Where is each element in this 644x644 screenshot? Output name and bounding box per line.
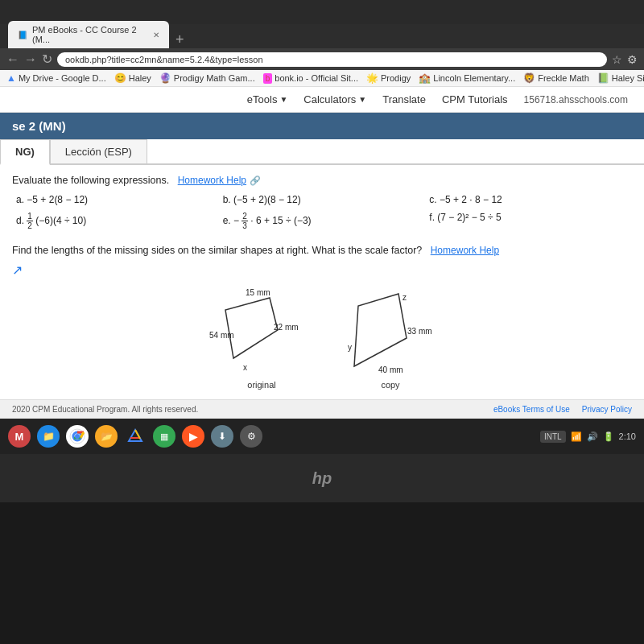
copy-shape-svg: z 33 mm y 40 mm — [346, 286, 435, 374]
site-footer: 2020 CPM Educational Program. All rights… — [0, 399, 644, 419]
bookmark-prodigy-math[interactable]: 🔮 Prodigy Math Gam... — [159, 72, 255, 84]
bookmark-bonkio[interactable]: b bonk.io - Official Sit... — [263, 73, 358, 84]
calculators-label: Calculators — [303, 93, 356, 105]
shape1-right-label: 22 mm — [274, 323, 299, 332]
bookmark-label: Haley Simons — [612, 73, 644, 83]
browser-tab-active[interactable]: 📘 PM eBooks - CC Course 2 (M... ✕ — [8, 21, 169, 48]
site-code: 156718.ahsschools.com — [524, 94, 628, 105]
bookmark-label: Freckle Math — [538, 73, 589, 83]
forward-button[interactable]: → — [24, 52, 37, 67]
expr-label-f: f. — [429, 212, 437, 223]
hp-logo: hp — [312, 469, 332, 488]
svg-point-4 — [75, 434, 80, 439]
help-arrow-icon: ↗ — [12, 263, 23, 277]
tab-ng[interactable]: NG) — [0, 139, 50, 165]
bookmark-haley[interactable]: 😊 Haley — [114, 72, 151, 84]
browser-tab-bar: 📘 PM eBooks - CC Course 2 (M... ✕ + — [0, 24, 644, 48]
fraction-half: 1 2 — [27, 212, 33, 230]
expression-b: b. (−5 + 2)(8 − 12) — [223, 194, 422, 205]
shapes-area: 15 mm 22 mm 54 mm x original z 33 mm — [12, 286, 632, 390]
bookmark-label: bonk.io - Official Sit... — [275, 73, 358, 83]
drive-taskbar-icon[interactable] — [124, 425, 147, 448]
drive-icon: ▲ — [6, 72, 16, 84]
files-taskbar-icon[interactable]: 📁 — [37, 425, 60, 448]
calculators-arrow-icon: ▼ — [358, 95, 366, 104]
chrome-taskbar-icon[interactable] — [66, 425, 89, 448]
page-title: se 2 (MN) — [12, 119, 66, 133]
extensions-icon[interactable]: ⚙ — [627, 53, 638, 66]
expr-label-b: b. — [223, 194, 233, 205]
tab-esp-label: Lección (ESP) — [65, 146, 132, 158]
freckle-icon: 🦁 — [523, 72, 535, 84]
bookmark-lincoln[interactable]: 🏫 Lincoln Elementary... — [419, 72, 515, 84]
folder-taskbar-icon[interactable]: 📂 — [95, 425, 118, 448]
cpm-tutorials-link[interactable]: CPM Tutorials — [442, 93, 508, 105]
problem1-heading: Evaluate the following expressions. Home… — [12, 175, 632, 186]
prodigy-icon: 🔮 — [159, 72, 171, 84]
original-shape-container: 15 mm 22 mm 54 mm x original — [209, 286, 314, 390]
refresh-button[interactable]: ↻ — [42, 52, 52, 67]
bookmark-haley-simons[interactable]: 📗 Haley Simons — [597, 72, 644, 84]
copy-shape-container: z 33 mm y 40 mm copy — [346, 286, 435, 390]
problem2-text: Find the lengths of the missing sides on… — [12, 245, 422, 256]
translate-button[interactable]: Translate — [382, 93, 426, 105]
bonkio-icon: b — [263, 73, 273, 84]
page-header: se 2 (MN) — [0, 113, 644, 139]
bookmark-prodigy2[interactable]: 🌟 Prodigy — [366, 72, 411, 84]
shape2-bottom-label: 40 mm — [378, 365, 403, 374]
fraction-twothirds: 2 3 — [242, 212, 248, 230]
expression-e: e. − 2 3 · 6 + 15 ÷ (−3) — [223, 212, 422, 230]
gmail-taskbar-icon[interactable]: M — [8, 425, 31, 448]
expr-value-c: −5 + 2 · 8 − 12 — [440, 194, 502, 205]
terms-of-use-link[interactable]: eBooks Terms of Use — [493, 405, 570, 414]
bookmark-freckle[interactable]: 🦁 Freckle Math — [523, 72, 589, 84]
bookmark-label: Lincoln Elementary... — [433, 73, 515, 83]
homework-help-link-2[interactable]: Homework Help — [431, 245, 499, 256]
back-button[interactable]: ← — [6, 52, 19, 67]
expression-a: a. −5 + 2(8 − 12) — [16, 194, 215, 205]
settings-taskbar-icon[interactable]: ⚙ — [240, 425, 262, 448]
content-area: Evaluate the following expressions. Home… — [0, 165, 644, 399]
expr-value-a: −5 + 2(8 − 12) — [27, 194, 88, 205]
shape1-top-label: 15 mm — [246, 288, 270, 297]
download-taskbar-icon[interactable]: ⬇ — [211, 425, 233, 448]
expr-value-b: (−5 + 2)(8 − 12) — [233, 194, 301, 205]
lesson-tabs: NG) Lección (ESP) — [0, 139, 644, 165]
etools-arrow-icon: ▼ — [279, 95, 287, 104]
tab-esp[interactable]: Lección (ESP) — [50, 139, 147, 163]
website-content: eTools ▼ Calculators ▼ Translate CPM Tut… — [0, 87, 644, 419]
bookmark-star-icon[interactable]: ☆ — [612, 53, 622, 66]
problem1-text: Evaluate the following expressions. — [12, 175, 169, 186]
shape1-bottom-label: x — [243, 363, 247, 372]
sheets-taskbar-icon[interactable]: ▦ — [153, 425, 175, 448]
taskbar: M 📁 📂 — [0, 419, 644, 454]
play-taskbar-icon[interactable]: ▶ — [182, 425, 204, 448]
copy-label: copy — [346, 380, 435, 390]
etools-dropdown[interactable]: eTools ▼ — [247, 93, 287, 105]
expression-f: f. (7 − 2)² − 5 ÷ 5 — [429, 212, 628, 230]
tab-close-button[interactable]: ✕ — [153, 31, 159, 39]
volume-icon: 🔊 — [587, 431, 598, 442]
prodigy2-icon: 🌟 — [366, 72, 378, 84]
address-bar[interactable]: ookdb.php?title=cc2mn&name=5.2.4&type=le… — [57, 52, 607, 67]
privacy-policy-link[interactable]: Privacy Policy — [582, 405, 632, 414]
new-tab-button[interactable]: + — [169, 31, 184, 48]
expr-label-d: d. — [16, 215, 27, 226]
shape2-right-label: 33 mm — [407, 327, 432, 336]
expr-label-c: c. — [429, 194, 440, 205]
svg-marker-0 — [225, 298, 278, 358]
bookmarks-bar: ▲ My Drive - Google D... 😊 Haley 🔮 Prodi… — [0, 70, 644, 87]
svg-marker-5 — [129, 430, 142, 441]
battery-icon: 🔋 — [603, 431, 614, 442]
intl-badge: INTL — [540, 431, 566, 443]
bookmark-my-drive[interactable]: ▲ My Drive - Google D... — [6, 72, 106, 84]
calculators-dropdown[interactable]: Calculators ▼ — [303, 93, 366, 105]
homework-help-link-1[interactable]: Homework Help — [178, 175, 246, 186]
expr-label-e: e. − — [223, 215, 239, 226]
tab-ng-label: NG) — [15, 146, 35, 158]
laptop-bezel-bottom: hp — [0, 454, 644, 502]
expressions-grid: a. −5 + 2(8 − 12) b. (−5 + 2)(8 − 12) c.… — [12, 194, 632, 230]
wifi-icon: 📶 — [571, 431, 582, 442]
taskbar-icons: M 📁 📂 — [8, 425, 262, 448]
expression-c: c. −5 + 2 · 8 − 12 — [429, 194, 628, 205]
